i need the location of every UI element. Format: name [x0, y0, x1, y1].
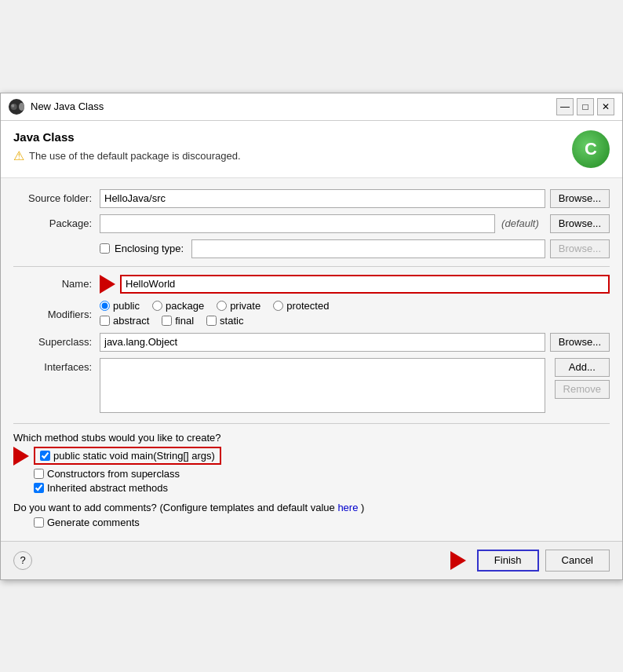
package-field: (default): [100, 214, 545, 233]
interfaces-field: [100, 358, 545, 415]
comments-here-link[interactable]: here: [337, 502, 358, 513]
modifier-protected-label[interactable]: protected: [273, 300, 329, 312]
modifier-abstract-label[interactable]: abstract: [100, 315, 149, 327]
comments-question-text: Do you want to add comments? (Configure …: [13, 502, 335, 513]
modifier-private-text: private: [230, 300, 260, 312]
stub-inherited-row: Inherited abstract methods: [34, 482, 610, 494]
modifier-protected-radio[interactable]: [273, 301, 283, 311]
modifier-abstract-text: abstract: [113, 315, 149, 327]
enclosing-type-label: Enclosing type:: [115, 243, 184, 254]
modifiers-row-1: public package private protected: [100, 300, 329, 312]
name-field-with-arrow: [100, 275, 610, 294]
stub-main-row: public static void main(String[] args): [13, 447, 610, 466]
comments-question-end: ): [361, 502, 364, 513]
interfaces-add-button[interactable]: Add...: [555, 358, 610, 377]
name-input[interactable]: [120, 275, 610, 294]
modifier-final-checkbox[interactable]: [162, 316, 172, 326]
modifier-static-text: static: [220, 315, 243, 327]
modifier-final-text: final: [175, 315, 194, 327]
dialog-window: New Java Class — □ ✕ Java Class ⚠ The us…: [0, 93, 623, 580]
stub-constructors-checkbox[interactable]: [34, 469, 44, 479]
package-label: Package:: [13, 217, 100, 229]
stub-inherited-checkbox[interactable]: [34, 483, 44, 493]
generate-comments-row: Generate comments: [34, 517, 610, 530]
warning-text: The use of the default package is discou…: [29, 150, 241, 162]
stub-constructors-row: Constructors from superclass: [34, 468, 610, 480]
generate-comments-label[interactable]: Generate comments: [34, 517, 140, 528]
title-bar-left: New Java Class: [9, 99, 104, 115]
dialog-header: Java Class ⚠ The use of the default pack…: [1, 121, 622, 178]
modifier-public-label[interactable]: public: [100, 300, 140, 312]
stub-constructors-text: Constructors from superclass: [47, 468, 180, 480]
modifier-package-radio[interactable]: [152, 301, 162, 311]
superclass-label: Superclass:: [13, 336, 100, 348]
package-input[interactable]: [100, 214, 495, 233]
comments-question: Do you want to add comments? (Configure …: [13, 502, 610, 513]
stub-main-text: public static void main(String[] args): [53, 450, 215, 462]
interfaces-side-buttons: Add... Remove: [550, 358, 610, 399]
method-stubs-section: Which method stubs would you like to cre…: [13, 432, 610, 494]
modifiers-label: Modifiers:: [13, 309, 100, 320]
minimize-button[interactable]: —: [556, 98, 574, 115]
eclipse-logo: C: [572, 130, 610, 168]
modifier-static-label[interactable]: static: [206, 315, 243, 327]
source-folder-browse-button[interactable]: Browse...: [550, 189, 610, 208]
dialog-footer: ? Finish Cancel: [1, 541, 622, 579]
title-bar-controls: — □ ✕: [556, 98, 614, 115]
package-row: Package: (default) Browse...: [13, 214, 610, 233]
name-label: Name:: [13, 278, 100, 290]
divider-2: [13, 423, 610, 424]
stub-main-label[interactable]: public static void main(String[] args): [34, 447, 221, 465]
finish-button[interactable]: Finish: [477, 550, 539, 572]
enclosing-type-row: Enclosing type: Browse...: [13, 239, 610, 258]
close-button[interactable]: ✕: [597, 98, 614, 115]
name-arrow-icon: [100, 275, 115, 294]
enclosing-type-input[interactable]: [191, 239, 545, 258]
source-folder-row: Source folder: Browse...: [13, 189, 610, 208]
stub-constructors-label[interactable]: Constructors from superclass: [34, 468, 180, 480]
dialog-title: New Java Class: [31, 100, 104, 112]
generate-comments-checkbox[interactable]: [34, 517, 44, 528]
modifier-public-text: public: [113, 300, 140, 312]
package-default-text: (default): [501, 217, 539, 229]
modifier-private-radio[interactable]: [217, 301, 227, 311]
cancel-button[interactable]: Cancel: [545, 550, 610, 572]
help-button[interactable]: ?: [13, 551, 32, 570]
modifier-private-label[interactable]: private: [217, 300, 260, 312]
modifiers-row: Modifiers: public package private: [13, 300, 610, 330]
stub-inherited-label[interactable]: Inherited abstract methods: [34, 482, 168, 494]
enclosing-type-field: Enclosing type:: [100, 239, 545, 258]
source-folder-field: [100, 189, 545, 208]
superclass-row: Superclass: Browse...: [13, 333, 610, 352]
modifier-abstract-checkbox[interactable]: [100, 316, 110, 326]
source-folder-input[interactable]: [100, 189, 545, 208]
superclass-browse-button[interactable]: Browse...: [550, 333, 610, 352]
superclass-input[interactable]: [100, 333, 545, 352]
enclosing-type-checkbox[interactable]: [100, 243, 110, 254]
eclipse-icon: [9, 99, 24, 115]
package-browse-button[interactable]: Browse...: [550, 214, 610, 233]
generate-comments-text: Generate comments: [47, 517, 140, 528]
stub-inherited-text: Inherited abstract methods: [47, 482, 168, 494]
modifier-public-radio[interactable]: [100, 301, 110, 311]
comments-section: Do you want to add comments? (Configure …: [13, 502, 610, 530]
warning-row: ⚠ The use of the default package is disc…: [13, 148, 241, 163]
title-bar: New Java Class — □ ✕: [1, 93, 622, 121]
dialog-body: Source folder: Browse... Package: (defau…: [1, 178, 622, 541]
stub-main-checkbox[interactable]: [40, 451, 50, 461]
finish-area: Finish Cancel: [450, 550, 610, 572]
name-row: Name:: [13, 275, 610, 294]
modifier-protected-text: protected: [286, 300, 329, 312]
divider-1: [13, 266, 610, 267]
finish-arrow-icon: [450, 551, 466, 570]
modifier-package-label[interactable]: package: [152, 300, 204, 312]
maximize-button[interactable]: □: [577, 98, 594, 115]
method-stubs-label: Which method stubs would you like to cre…: [13, 432, 610, 444]
enclosing-type-browse-button[interactable]: Browse...: [550, 239, 610, 258]
interfaces-remove-button[interactable]: Remove: [555, 380, 610, 399]
modifier-static-checkbox[interactable]: [206, 316, 217, 326]
interfaces-textarea[interactable]: [100, 358, 545, 413]
modifier-final-label[interactable]: final: [162, 315, 194, 327]
modifiers-options: public package private protected: [100, 300, 329, 330]
interfaces-row: Interfaces: Add... Remove: [13, 358, 610, 415]
